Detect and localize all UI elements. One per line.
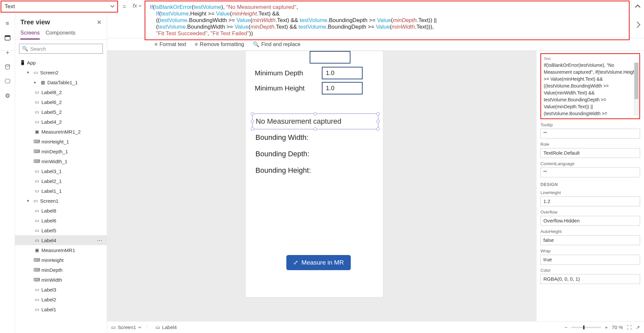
formula-editor[interactable]: If(IsBlankOrError(testVolume), "No Measu… <box>145 1 630 40</box>
formula-collapse-button[interactable] <box>631 0 644 9</box>
chevron-icon[interactable]: ▾ <box>27 70 31 75</box>
prop-color-field[interactable]: RGBA(0, 0, 0, 1) <box>540 274 640 284</box>
zoom-in-button[interactable]: + <box>605 324 608 330</box>
advanced-tools-icon[interactable]: ⚙ <box>4 92 11 99</box>
expand-right-button[interactable] <box>635 21 642 28</box>
input-icon: ⌨ <box>34 277 39 282</box>
prop-lineheight-field[interactable]: 1.2 <box>540 196 640 206</box>
zoom-slider[interactable] <box>571 327 601 328</box>
canvas-area[interactable]: Minimum Depth 1.0 Minimum Height 1.0 No … <box>107 51 536 321</box>
prop-autoheight-field[interactable]: false <box>540 235 640 245</box>
tree-node-label: minDepth <box>41 267 62 273</box>
tree-node[interactable]: ⌨minWidth_1 <box>15 156 107 166</box>
tree-node[interactable]: ▭Label6 <box>15 216 107 225</box>
tree-node-label: Label3 <box>41 287 56 293</box>
tree-node[interactable]: ▭Label5_2 <box>15 107 107 117</box>
prop-lang-field[interactable]: "" <box>540 167 640 177</box>
prop-text-field[interactable]: Text If(IsBlankOrError(testVolume), "No … <box>540 53 640 119</box>
input-icon: ⌨ <box>34 257 39 263</box>
prop-role-field[interactable]: TextRole.Default <box>540 148 640 158</box>
prop-wrap-field[interactable]: true <box>540 255 640 265</box>
tab-screens[interactable]: Screens <box>20 30 40 39</box>
tree-node[interactable]: ▭Label4_2 <box>15 117 107 127</box>
zoom-out-button[interactable]: − <box>564 324 567 330</box>
tree-node[interactable]: ▾▭Screen1 <box>15 196 107 206</box>
input-icon: ⌨ <box>34 139 39 144</box>
insert-icon[interactable]: ＋ <box>4 49 11 56</box>
resize-handle[interactable] <box>251 112 254 115</box>
tree-node[interactable]: ⌨minHeight <box>15 255 107 265</box>
breadcrumb-screen[interactable]: ▭ Screen1 <box>111 324 141 330</box>
chevron-down-icon <box>110 4 115 9</box>
prop-overflow-field[interactable]: Overflow.Hidden <box>540 216 640 226</box>
resize-handle[interactable] <box>251 127 254 131</box>
tab-components[interactable]: Components <box>46 30 76 39</box>
tree-view-panel: Tree view ✕ Screens Components 🔍 Search … <box>15 14 107 333</box>
tree-node[interactable]: ▸▦DataTable1_1 <box>15 77 107 87</box>
tree-search-input[interactable]: 🔍 Search <box>19 44 103 54</box>
tree-node[interactable]: ▭Label1 <box>15 304 107 314</box>
tree-node-label: Label8 <box>41 208 56 214</box>
prop-tooltip-field[interactable]: "" <box>540 129 640 139</box>
app-icon: 📱 <box>20 60 25 65</box>
label4-text: No Measurement captured <box>256 117 341 126</box>
tree-node[interactable]: ▭Label8 <box>15 206 107 216</box>
tree-node[interactable]: ▭Label4⋯ <box>15 235 107 245</box>
resize-handle[interactable] <box>376 112 380 115</box>
tree-node[interactable]: ⌨minDepth_1 <box>15 146 107 156</box>
label-icon: ▭ <box>34 297 39 302</box>
tree-header: Tree view ✕ <box>15 14 107 28</box>
breadcrumb-control-label: Label4 <box>162 324 177 330</box>
label-icon: ▭ <box>34 287 39 292</box>
remove-formatting-button[interactable]: ≡ Remove formatting <box>195 41 244 47</box>
tree-node[interactable]: ▭Label2 <box>15 295 107 304</box>
property-selector[interactable]: Text <box>1 1 118 13</box>
resize-handle[interactable] <box>251 120 254 123</box>
fx-label[interactable]: fx <box>131 0 144 12</box>
chevron-icon[interactable]: ▾ <box>27 198 31 203</box>
remove-formatting-icon: ≡ <box>195 41 198 47</box>
resize-handle[interactable] <box>376 120 380 123</box>
tree-node[interactable]: ⌨minHeight_1 <box>15 137 107 146</box>
tree-node[interactable]: ▭Label6_2 <box>15 97 107 107</box>
screen-icon: ▭ <box>33 70 38 75</box>
tree-node[interactable]: ⌨minWidth <box>15 275 107 285</box>
tree-node-app[interactable]: 📱 App <box>15 58 107 67</box>
label-icon: ▭ <box>34 307 39 312</box>
selected-control-label4[interactable]: No Measurement captured <box>252 114 378 129</box>
tree-node[interactable]: ▭Label1_1 <box>15 186 107 196</box>
tree-node[interactable]: ▭Label2_1 <box>15 176 107 186</box>
input-partial-top[interactable] <box>310 51 350 64</box>
tree-node[interactable]: ▭Label5 <box>15 225 107 235</box>
tree-node[interactable]: ▭Label8_2 <box>15 87 107 97</box>
hamburger-icon[interactable]: ≡ <box>4 20 11 27</box>
zoom-slider-knob[interactable] <box>583 325 584 329</box>
label-icon: ▭ <box>34 90 39 95</box>
resize-handle[interactable] <box>314 112 317 115</box>
tree-node[interactable]: ▭Label3_1 <box>15 166 107 176</box>
min-height-input[interactable]: 1.0 <box>322 82 363 94</box>
resize-handle[interactable] <box>376 127 380 131</box>
tree-node[interactable]: ▣MeasureInMR1 <box>15 245 107 255</box>
scrollbar-thumb[interactable] <box>634 63 638 99</box>
scrollbar[interactable] <box>634 63 639 115</box>
measure-in-mr-button[interactable]: ⤢ Measure in MR <box>286 255 351 270</box>
format-text-button[interactable]: ≡ Format text <box>155 41 186 47</box>
chevron-icon[interactable]: ▸ <box>34 80 38 85</box>
media-icon[interactable]: 🖵 <box>4 78 11 85</box>
close-icon[interactable]: ✕ <box>97 19 102 26</box>
popout-button[interactable]: ↗ <box>636 324 640 330</box>
more-icon[interactable]: ⋯ <box>97 237 103 243</box>
tree-node[interactable]: ⌨minDepth <box>15 265 107 275</box>
min-depth-input[interactable]: 1.0 <box>322 67 363 79</box>
tree-view-icon[interactable] <box>4 34 11 41</box>
resize-handle[interactable] <box>314 127 317 131</box>
tree-node[interactable]: ▭Label3 <box>15 285 107 295</box>
breadcrumb-control[interactable]: ▭ Label4 <box>155 324 177 330</box>
label-icon: ▭ <box>34 99 39 105</box>
find-replace-button[interactable]: 🔍 Find and replace <box>253 41 300 47</box>
fit-to-window-button[interactable]: ⛶ <box>627 324 632 330</box>
data-icon[interactable] <box>4 63 11 70</box>
tree-node[interactable]: ▾▭Screen2 <box>15 67 107 77</box>
tree-node[interactable]: ▣MeasureInMR1_2 <box>15 127 107 137</box>
